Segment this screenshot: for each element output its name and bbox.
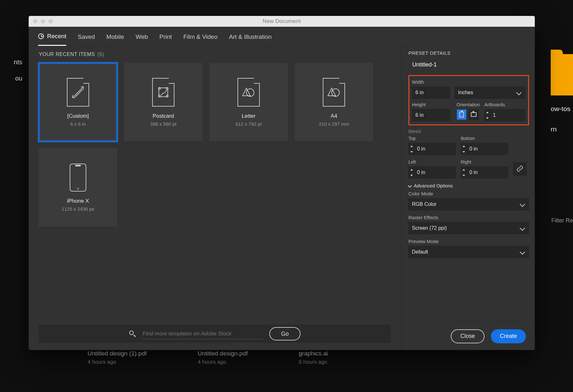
stepper-up-icon[interactable] bbox=[461, 143, 467, 149]
bleed-bottom-label: Bottom bbox=[461, 136, 508, 141]
go-button[interactable]: Go bbox=[269, 327, 301, 340]
bleed-right-stepper[interactable] bbox=[461, 166, 508, 178]
dialog-footer: Close Create bbox=[401, 322, 535, 350]
size-highlight-box: Width 6 in Inches Height 6 in bbox=[408, 75, 529, 125]
tab-saved[interactable]: Saved bbox=[78, 27, 95, 46]
stepper-down-icon[interactable] bbox=[461, 172, 467, 178]
bleed-left-label: Left bbox=[408, 159, 456, 164]
bleed-right-label: Right bbox=[461, 159, 508, 164]
landscape-icon bbox=[471, 112, 477, 117]
bleed-bottom-stepper[interactable] bbox=[461, 143, 508, 155]
stepper-down-icon[interactable] bbox=[461, 149, 467, 155]
stock-search-input[interactable] bbox=[142, 329, 263, 339]
color-mode-label: Color Mode bbox=[408, 191, 529, 196]
category-tabs: Recent Saved Mobile Web Print Film & Vid… bbox=[29, 27, 535, 46]
bk-left-1: ou bbox=[0, 70, 22, 87]
tab-recent-label: Recent bbox=[47, 33, 66, 40]
preview-mode-select[interactable]: Default bbox=[408, 246, 529, 258]
units-select[interactable]: Inches bbox=[455, 87, 526, 99]
preset-card-letter[interactable]: Letter 612 x 792 pt bbox=[209, 63, 288, 141]
stepper-up-icon[interactable] bbox=[485, 109, 490, 115]
bk-right-1: rn bbox=[551, 119, 573, 139]
width-input[interactable]: 6 in bbox=[412, 87, 450, 99]
stepper-down-icon[interactable] bbox=[409, 172, 414, 178]
search-icon bbox=[129, 331, 136, 337]
recent-heading-text: YOUR RECENT ITEMS bbox=[39, 52, 95, 57]
backdrop-folder-icon bbox=[551, 54, 573, 95]
chevron-down-icon bbox=[516, 90, 522, 95]
card-name: [Custom] bbox=[67, 113, 89, 119]
stepper-down-icon[interactable] bbox=[409, 149, 414, 155]
preset-card-custom[interactable]: [Custom] 6 x 6 in bbox=[39, 63, 117, 141]
advanced-label: Advanced Options bbox=[414, 183, 453, 188]
tab-web[interactable]: Web bbox=[136, 27, 148, 46]
stepper-up-icon[interactable] bbox=[409, 143, 414, 149]
units-value: Inches bbox=[458, 90, 473, 95]
preset-details-title: PRESET DETAILS bbox=[408, 50, 529, 56]
raster-label: Raster Effects bbox=[408, 215, 529, 220]
width-label: Width bbox=[412, 79, 526, 85]
portrait-icon bbox=[459, 112, 464, 117]
svg-line-0 bbox=[73, 88, 83, 97]
create-button[interactable]: Create bbox=[491, 329, 526, 343]
raster-value: Screen (72 ppi) bbox=[412, 225, 447, 231]
bk-file-2-time: 8 hours ago bbox=[299, 357, 328, 365]
link-icon bbox=[516, 165, 523, 173]
link-bleed-button[interactable] bbox=[513, 162, 527, 176]
bleed-top-value[interactable] bbox=[414, 143, 433, 155]
preset-card-postcard[interactable]: Postcard 288 x 560 pt bbox=[124, 63, 202, 141]
bk-file-0-time: 4 hours ago bbox=[88, 357, 147, 365]
tab-art-illustration[interactable]: Art & Illustration bbox=[229, 27, 272, 46]
preview-label: Preview Mode bbox=[408, 239, 529, 244]
stepper-up-icon[interactable] bbox=[409, 167, 414, 172]
document-name-field[interactable]: Untitled-1 bbox=[411, 61, 529, 70]
bleed-top-label: Top bbox=[408, 136, 456, 141]
svg-point-6 bbox=[166, 95, 168, 97]
artboards-label: Artboards bbox=[484, 102, 526, 107]
close-button[interactable]: Close bbox=[451, 329, 485, 343]
clock-icon bbox=[38, 33, 44, 39]
backdrop-recent-row: Untitled design (1).pdf 4 hours ago Unti… bbox=[88, 350, 328, 365]
color-mode-select[interactable]: RGB Color bbox=[408, 198, 529, 210]
height-input[interactable]: 6 in bbox=[412, 109, 450, 121]
tab-mobile[interactable]: Mobile bbox=[106, 27, 124, 46]
document-icon bbox=[67, 78, 89, 107]
adobe-stock-bar: Go bbox=[39, 325, 391, 343]
titlebar: New Document bbox=[29, 16, 535, 27]
bleed-left-stepper[interactable] bbox=[408, 166, 456, 178]
card-sub: 210 x 297 mm bbox=[319, 121, 349, 127]
document-icon bbox=[152, 78, 174, 107]
artboards-value[interactable] bbox=[490, 109, 513, 121]
chevron-down-icon bbox=[408, 184, 412, 188]
phone-icon bbox=[70, 164, 86, 192]
orientation-portrait[interactable] bbox=[456, 109, 467, 120]
card-name: Letter bbox=[242, 113, 255, 119]
new-document-dialog: New Document Recent Saved Mobile Web Pri… bbox=[29, 16, 535, 350]
advanced-options-toggle[interactable]: Advanced Options bbox=[408, 183, 529, 188]
document-icon bbox=[237, 78, 260, 107]
chevron-down-icon bbox=[520, 202, 525, 207]
card-name: Postcard bbox=[152, 113, 174, 119]
bk-file-2-name: graphics.ai bbox=[299, 350, 328, 357]
tab-film-video[interactable]: Film & Video bbox=[183, 27, 217, 46]
bleed-left-value[interactable] bbox=[414, 167, 433, 178]
tab-print[interactable]: Print bbox=[159, 27, 172, 46]
tab-recent[interactable]: Recent bbox=[38, 27, 66, 46]
bk-file-1-name: Untitled design.pdf bbox=[198, 350, 248, 357]
bleed-top-stepper[interactable] bbox=[408, 143, 456, 155]
backdrop-filter-label: Filter Re bbox=[551, 217, 573, 224]
stepper-down-icon[interactable] bbox=[485, 115, 490, 121]
bk-file-0-name: Untitled design (1).pdf bbox=[88, 350, 147, 357]
artboards-stepper[interactable] bbox=[484, 109, 526, 121]
card-name: iPhone X bbox=[67, 198, 89, 204]
bleed-right-value[interactable] bbox=[467, 167, 485, 178]
bleed-bottom-value[interactable] bbox=[467, 143, 485, 155]
stepper-up-icon[interactable] bbox=[461, 167, 467, 172]
card-sub: 288 x 560 pt bbox=[150, 121, 177, 127]
svg-point-3 bbox=[159, 88, 160, 89]
preset-card-a4[interactable]: A4 210 x 297 mm bbox=[295, 63, 373, 141]
color-mode-value: RGB Color bbox=[412, 201, 436, 207]
orientation-landscape[interactable] bbox=[469, 109, 479, 120]
raster-effects-select[interactable]: Screen (72 ppi) bbox=[408, 222, 529, 234]
preset-card-iphone-x[interactable]: iPhone X 1125 x 2436 px bbox=[39, 148, 117, 227]
